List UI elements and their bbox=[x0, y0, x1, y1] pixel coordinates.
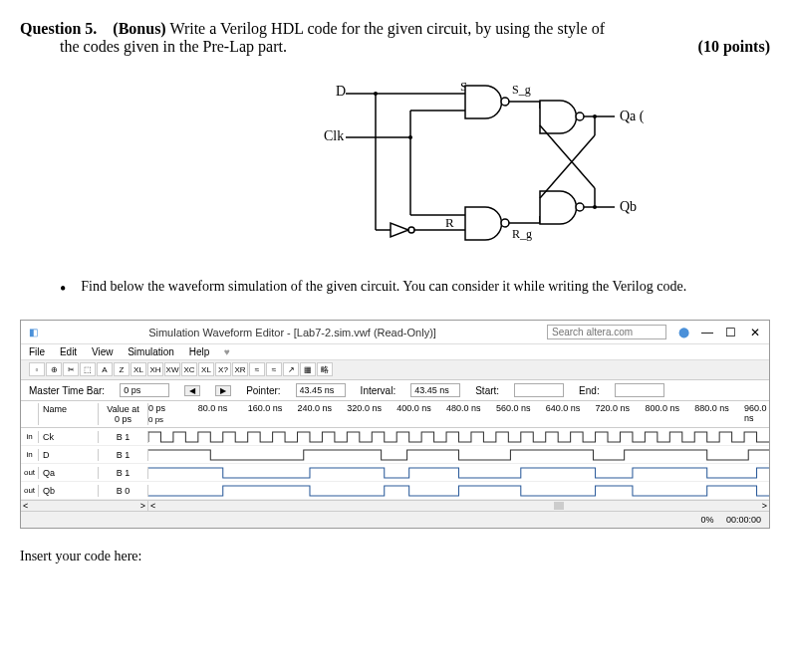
param-bar: Master Time Bar: ◀ ▶ Pointer: Interval: … bbox=[21, 380, 769, 401]
interval-input[interactable] bbox=[410, 383, 460, 397]
start-label: Start: bbox=[475, 385, 499, 396]
search-input[interactable] bbox=[547, 325, 666, 339]
label-clk: Clk bbox=[324, 128, 344, 143]
question-bonus bbox=[101, 20, 113, 37]
nav-right[interactable]: ▶ bbox=[215, 385, 231, 396]
out-icon: out bbox=[21, 467, 39, 479]
label-qb: Qb bbox=[620, 199, 637, 214]
svg-point-9 bbox=[408, 227, 414, 233]
label-sg: S_g bbox=[512, 83, 531, 97]
tool-14[interactable]: ≈ bbox=[249, 362, 265, 376]
signal-value: B 0 bbox=[99, 485, 148, 497]
bullet-text: Find below the waveform simulation of th… bbox=[81, 279, 686, 300]
simulation-window: ◧ Simulation Waveform Editor - [Lab7-2.s… bbox=[20, 320, 770, 529]
tool-18[interactable]: 略 bbox=[317, 362, 333, 376]
menu-file[interactable]: File bbox=[29, 346, 45, 357]
tool-15[interactable]: ≈ bbox=[266, 362, 282, 376]
question-text2: the codes given in the Pre-Lap part. bbox=[20, 38, 287, 55]
nav-left[interactable]: ◀ bbox=[184, 385, 200, 396]
tool-12[interactable]: X? bbox=[215, 362, 231, 376]
waveform-qb bbox=[148, 484, 769, 498]
pointer-input[interactable] bbox=[296, 383, 346, 397]
tool-16[interactable]: ↗ bbox=[283, 362, 299, 376]
menu-view[interactable]: View bbox=[92, 346, 114, 357]
menu-bar: File Edit View Simulation Help ♥ bbox=[21, 344, 769, 360]
svg-point-11 bbox=[501, 98, 509, 106]
question-number: Question 5. bbox=[20, 20, 97, 37]
signal-name: Qa bbox=[39, 467, 99, 479]
signal-row-qb[interactable]: out Qb B 0 bbox=[21, 482, 769, 500]
svg-line-24 bbox=[540, 135, 595, 198]
pointer-label: Pointer: bbox=[246, 385, 280, 396]
tool-6[interactable]: Z bbox=[114, 362, 130, 376]
start-input[interactable] bbox=[514, 383, 564, 397]
search-icon[interactable]: ⬤ bbox=[678, 327, 689, 337]
menu-simulation[interactable]: Simulation bbox=[128, 346, 174, 357]
signal-value: B 1 bbox=[99, 449, 148, 461]
menu-help[interactable]: Help bbox=[189, 346, 210, 357]
signal-value: B 1 bbox=[99, 431, 148, 443]
circuit-diagram: D S Clk R S_g R_g Qa (Q) bbox=[20, 76, 770, 259]
tool-3[interactable]: ✂ bbox=[63, 362, 79, 376]
status-percent: 0% bbox=[700, 515, 713, 525]
scroll-left[interactable]: < bbox=[23, 501, 28, 511]
sim-title: Simulation Waveform Editor - [Lab7-2.sim… bbox=[148, 327, 436, 338]
bullet: • bbox=[60, 279, 66, 300]
status-time: 00:00:00 bbox=[726, 515, 761, 525]
tool-17[interactable]: ▦ bbox=[300, 362, 316, 376]
help-icon[interactable]: ♥ bbox=[224, 346, 230, 357]
tool-10[interactable]: XC bbox=[181, 362, 197, 376]
maximize-button[interactable]: ☐ bbox=[725, 327, 737, 338]
toolbar: ▫⊕✂⬚AZXLXHXWXCXLX?XR≈≈↗▦略 bbox=[21, 360, 769, 380]
end-label: End: bbox=[579, 385, 600, 396]
master-time-bar-input[interactable] bbox=[120, 383, 169, 397]
waveform-qa bbox=[148, 466, 769, 480]
signal-name: Ck bbox=[39, 431, 99, 443]
wave-scroll-left[interactable]: < bbox=[150, 501, 155, 511]
signal-row-d[interactable]: in D B 1 bbox=[21, 446, 769, 464]
wave-scroll-right[interactable]: > bbox=[762, 501, 767, 511]
signal-row-qa[interactable]: out Qa B 1 bbox=[21, 464, 769, 482]
tool-13[interactable]: XR bbox=[232, 362, 248, 376]
signal-name: D bbox=[39, 449, 99, 461]
name-header: Name bbox=[39, 403, 99, 425]
in-icon: in bbox=[21, 449, 39, 461]
tool-8[interactable]: XH bbox=[147, 362, 163, 376]
tool-2[interactable]: ⊕ bbox=[46, 362, 62, 376]
tool-7[interactable]: XL bbox=[131, 362, 146, 376]
tool-9[interactable]: XW bbox=[164, 362, 180, 376]
signal-row-ck[interactable]: in Ck B 1 bbox=[21, 428, 769, 446]
tool-1[interactable]: ▫ bbox=[29, 362, 45, 376]
time-marks: 0 ps 80.0 ns 160.0 ns 240.0 ns 320.0 ns … bbox=[148, 403, 769, 425]
minimize-button[interactable]: — bbox=[701, 327, 713, 338]
time-ruler: Name Value at 0 ps 0 ps 80.0 ns 160.0 ns… bbox=[21, 401, 769, 428]
svg-point-13 bbox=[501, 219, 509, 227]
value-header: Value at 0 ps bbox=[99, 403, 148, 425]
interval-label: Interval: bbox=[361, 385, 396, 396]
close-button[interactable]: ✕ bbox=[749, 327, 761, 338]
points: (10 points) bbox=[698, 38, 770, 56]
label-rg: R_g bbox=[512, 227, 532, 241]
waveform-d bbox=[148, 448, 769, 462]
signal-name: Qb bbox=[39, 485, 99, 497]
svg-point-16 bbox=[576, 112, 584, 120]
scroll-thumb[interactable] bbox=[554, 502, 564, 510]
end-input[interactable] bbox=[615, 383, 664, 397]
out-icon: out bbox=[21, 485, 39, 497]
tool-11[interactable]: XL bbox=[198, 362, 214, 376]
tool-4[interactable]: ⬚ bbox=[80, 362, 96, 376]
signal-value: B 1 bbox=[99, 467, 148, 479]
master-time-bar-label: Master Time Bar: bbox=[29, 385, 105, 396]
insert-code-label: Insert your code here: bbox=[20, 549, 770, 564]
question-text: Write a Verilog HDL code for the given c… bbox=[169, 20, 605, 37]
tool-5[interactable]: A bbox=[97, 362, 113, 376]
scroll-right[interactable]: > bbox=[140, 501, 145, 511]
label-qa: Qa (Q) bbox=[620, 109, 645, 124]
status-bar: 0% 00:00:00 bbox=[21, 511, 769, 528]
in-icon: in bbox=[21, 431, 39, 443]
label-d: D bbox=[336, 84, 346, 99]
sim-icon: ◧ bbox=[29, 327, 38, 337]
waveform-ck bbox=[148, 430, 769, 444]
label-r: R bbox=[445, 215, 454, 230]
menu-edit[interactable]: Edit bbox=[60, 346, 77, 357]
